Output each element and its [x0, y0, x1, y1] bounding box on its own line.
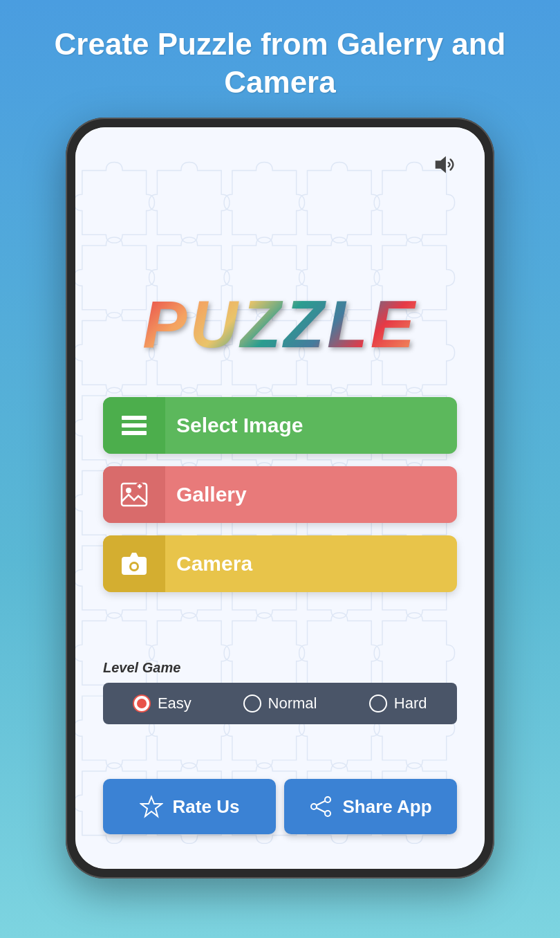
camera-icon-area [103, 535, 165, 592]
phone-frame: PUZZLE Select Image [66, 118, 494, 879]
sound-button[interactable] [427, 147, 463, 183]
svg-marker-12 [141, 797, 162, 816]
hard-label: Hard [394, 695, 427, 712]
bottom-buttons-area: Rate Us Share App [103, 779, 457, 834]
svg-line-16 [317, 801, 325, 805]
easy-label: Easy [158, 695, 192, 712]
gallery-label: Gallery [165, 483, 457, 506]
select-image-icon-area [103, 397, 165, 454]
level-easy[interactable]: Easy [103, 695, 221, 712]
hard-radio [369, 695, 387, 712]
level-options-bar: Easy Normal Hard [103, 683, 457, 724]
level-game-label: Level Game [103, 660, 457, 676]
camera-label: Camera [165, 552, 457, 576]
svg-point-15 [325, 811, 330, 816]
main-buttons: Select Image Gallery [103, 397, 457, 592]
svg-point-5 [126, 488, 131, 493]
svg-rect-1 [122, 416, 147, 420]
puzzle-title-text: PUZZLE [142, 287, 417, 361]
share-app-button[interactable]: Share App [284, 779, 457, 834]
rate-us-button[interactable]: Rate Us [103, 779, 276, 834]
normal-label: Normal [268, 695, 317, 712]
gallery-icon-area [103, 466, 165, 523]
normal-radio [243, 695, 261, 712]
gallery-button[interactable]: Gallery [103, 466, 457, 523]
phone-screen: PUZZLE Select Image [75, 127, 485, 869]
svg-rect-2 [122, 423, 147, 427]
svg-marker-0 [436, 156, 446, 174]
select-image-label: Select Image [165, 414, 457, 437]
level-hard[interactable]: Hard [339, 695, 457, 712]
svg-point-14 [311, 804, 317, 809]
select-image-button[interactable]: Select Image [103, 397, 457, 454]
level-game-area: Level Game Easy Normal Hard [103, 660, 457, 724]
easy-radio-inner [137, 699, 147, 708]
share-app-label: Share App [342, 796, 431, 818]
camera-button[interactable]: Camera [103, 535, 457, 592]
app-title: PUZZLE [75, 286, 485, 362]
svg-rect-3 [122, 431, 147, 435]
header-title: Create Puzzle from Galerry and Camera [0, 0, 560, 118]
svg-line-17 [317, 808, 325, 812]
level-normal[interactable]: Normal [221, 695, 339, 712]
rate-us-label: Rate Us [173, 796, 240, 818]
svg-point-11 [131, 564, 137, 569]
easy-radio [133, 695, 151, 712]
star-icon [140, 795, 163, 818]
svg-point-13 [325, 797, 330, 802]
share-icon [309, 795, 333, 818]
